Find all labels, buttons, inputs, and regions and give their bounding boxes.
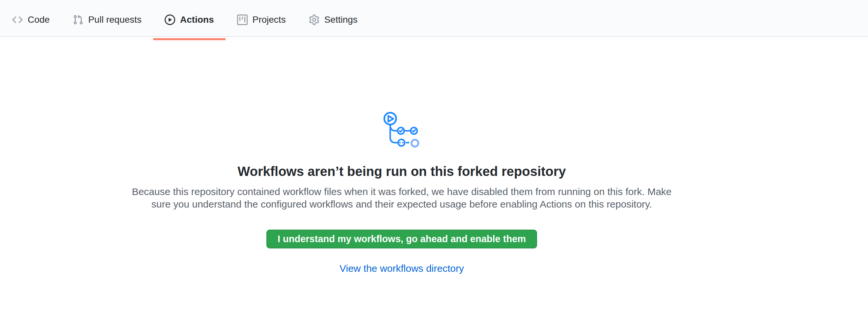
- workflow-graph-icon: [383, 111, 421, 149]
- tab-label: Settings: [324, 15, 358, 24]
- tab-projects[interactable]: Projects: [225, 3, 297, 36]
- tab-pull-requests[interactable]: Pull requests: [61, 3, 153, 36]
- play-icon: [165, 14, 175, 25]
- tab-label: Actions: [180, 15, 214, 24]
- description-line-1: Because this repository contained workfl…: [132, 186, 672, 197]
- project-icon: [237, 14, 248, 25]
- actions-disabled-blankslate: Workflows aren’t being run on this forke…: [0, 111, 803, 274]
- link-row: View the workflows directory: [0, 263, 803, 274]
- description-line-2: sure you understand the configured workf…: [152, 199, 652, 210]
- blankslate-description: Because this repository contained workfl…: [0, 185, 803, 211]
- repo-tab-nav: Code Pull requests Actions Projects Sett…: [0, 0, 868, 37]
- tab-actions[interactable]: Actions: [153, 3, 225, 36]
- code-icon: [12, 14, 23, 25]
- tab-label: Pull requests: [88, 15, 142, 24]
- blankslate-heading: Workflows aren’t being run on this forke…: [0, 163, 803, 180]
- view-workflows-directory-link[interactable]: View the workflows directory: [340, 263, 464, 274]
- pull-request-icon: [73, 14, 83, 25]
- tab-code[interactable]: Code: [1, 3, 61, 36]
- tab-label: Code: [28, 15, 50, 24]
- tab-settings[interactable]: Settings: [297, 3, 369, 36]
- tab-label: Projects: [253, 15, 286, 24]
- gear-icon: [309, 14, 319, 25]
- enable-workflows-button[interactable]: I understand my workflows, go ahead and …: [267, 229, 537, 248]
